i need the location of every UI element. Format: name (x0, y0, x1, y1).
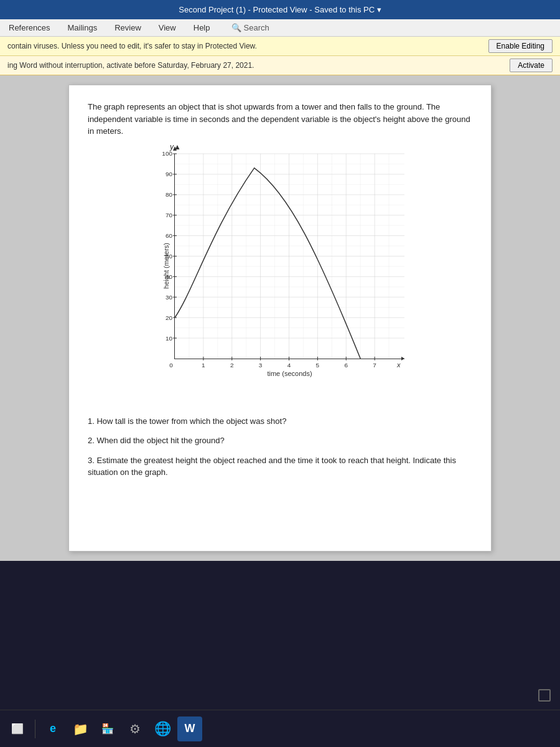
svg-text:4: 4 (287, 361, 291, 368)
svg-text:100: 100 (162, 150, 172, 157)
warning-text-1: contain viruses. Unless you need to edit… (7, 42, 257, 50)
chart-wrapper: height (meters) y▲ (149, 148, 411, 384)
svg-text:30: 30 (166, 293, 173, 300)
menu-references[interactable]: References (6, 22, 52, 34)
document-area: The graph represents an object that is s… (0, 75, 560, 561)
description-text: The graph represents an object that is s… (88, 102, 470, 136)
menu-review[interactable]: Review (112, 22, 144, 34)
question-2-text: When did the object hit the ground? (96, 436, 224, 445)
svg-text:0: 0 (169, 361, 173, 368)
document-page: The graph represents an object that is s… (68, 85, 492, 552)
menu-mailings[interactable]: Mailings (65, 22, 100, 34)
question-3-text: Estimate the greatest height the object … (88, 456, 456, 477)
menu-bar: References Mailings Review View Help 🔍 S… (0, 19, 560, 37)
notification-corner (535, 686, 554, 705)
menu-view[interactable]: View (156, 22, 179, 34)
question-1-text: How tall is the tower from which the obj… (96, 416, 286, 426)
question-3-number: 3. (88, 456, 95, 465)
svg-text:90: 90 (166, 171, 173, 177)
svg-text:40: 40 (166, 273, 173, 280)
questions-section: 1. How tall is the tower from which the … (88, 415, 472, 479)
activate-warning: ing Word without interruption, activate … (0, 56, 560, 75)
menu-help[interactable]: Help (191, 22, 213, 34)
svg-text:5: 5 (316, 361, 320, 368)
chart-inner: y▲ (174, 154, 404, 359)
svg-text:20: 20 (166, 314, 173, 321)
search-label: Search (244, 23, 269, 32)
title-text: Second Project (1) - Protected View - Sa… (179, 5, 381, 14)
chrome-icon[interactable]: 🌐 (150, 716, 175, 741)
svg-marker-69 (401, 357, 404, 360)
settings-icon[interactable]: ⚙ (123, 716, 147, 741)
svg-text:80: 80 (166, 191, 173, 198)
chart-svg: 10 20 30 40 50 60 70 80 90 100 (175, 154, 404, 359)
svg-text:1: 1 (202, 361, 205, 368)
store-icon[interactable]: 🏪 (95, 716, 120, 741)
search-icon: 🔍 (231, 23, 241, 32)
question-1-number: 1. (88, 416, 95, 426)
svg-text:2: 2 (230, 361, 234, 368)
svg-text:3: 3 (259, 361, 263, 368)
warning-text-2: ing Word without interruption, activate … (7, 61, 254, 70)
word-icon[interactable]: W (177, 716, 202, 741)
svg-text:7: 7 (373, 361, 376, 368)
title-bar: Second Project (1) - Protected View - Sa… (0, 0, 560, 19)
protected-view-warning: contain viruses. Unless you need to edit… (0, 37, 560, 56)
svg-text:10: 10 (166, 334, 173, 341)
svg-text:6: 6 (344, 361, 348, 368)
activate-button[interactable]: Activate (510, 59, 553, 72)
edge-icon[interactable]: e (40, 716, 65, 741)
notification-icon (538, 689, 551, 702)
x-axis-label: time (seconds) (267, 370, 312, 377)
svg-text:60: 60 (166, 232, 173, 239)
task-view-icon[interactable]: ⬜ (5, 716, 30, 741)
taskbar-separator-1 (35, 720, 35, 738)
y-axis-label: height (meters) (162, 243, 170, 289)
question-3: 3. Estimate the greatest height the obje… (88, 454, 472, 479)
svg-text:70: 70 (166, 212, 173, 218)
question-1: 1. How tall is the tower from which the … (88, 415, 472, 428)
taskbar: ⬜ e 📁 🏪 ⚙ 🌐 W (0, 710, 560, 747)
question-2-number: 2. (88, 436, 95, 445)
search-bar[interactable]: 🔍 Search (231, 23, 269, 32)
svg-text:50: 50 (166, 252, 173, 259)
document-description: The graph represents an object that is s… (88, 101, 472, 138)
file-explorer-icon[interactable]: 📁 (68, 716, 93, 741)
svg-text:x: x (396, 360, 401, 368)
question-2: 2. When did the object hit the ground? (88, 435, 472, 447)
chart-container: height (meters) y▲ (88, 148, 472, 384)
enable-editing-button[interactable]: Enable Editing (488, 39, 553, 53)
